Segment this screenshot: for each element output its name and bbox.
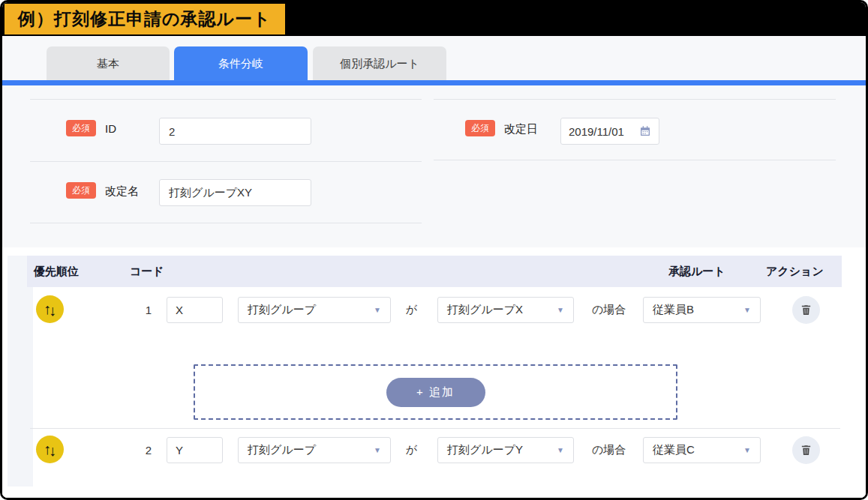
- add-rule-button[interactable]: + 追加: [386, 378, 485, 407]
- connector-case: の場合: [592, 437, 626, 463]
- condition-value-select[interactable]: 打刻グループY ▼: [437, 437, 574, 463]
- condition-subject-value: 打刻グループ: [248, 303, 316, 317]
- tab-individual-approval-route[interactable]: 個別承認ルート: [313, 46, 446, 81]
- delete-row-button[interactable]: [792, 436, 820, 464]
- revision-name-label: 改定名: [105, 184, 139, 199]
- condition-subject-value: 打刻グループ: [248, 443, 316, 457]
- calendar-icon[interactable]: [639, 125, 651, 137]
- divider: [30, 428, 840, 429]
- page-title: 例）打刻修正申請の承認ルート: [18, 7, 272, 31]
- tab-basic[interactable]: 基本: [47, 46, 170, 81]
- top-black-bar: 例）打刻修正申請の承認ルート: [2, 2, 866, 36]
- code-input[interactable]: [167, 437, 223, 463]
- header-approval-route: 承認ルート: [668, 256, 725, 287]
- approver-select[interactable]: 従業員C ▼: [643, 437, 761, 463]
- chevron-down-icon: ▼: [374, 306, 381, 314]
- arrow-down-icon: ↓: [49, 303, 56, 318]
- id-field-label: ID: [105, 122, 116, 135]
- chevron-down-icon: ▼: [743, 306, 751, 314]
- chevron-down-icon: ▼: [743, 446, 751, 454]
- header-action: アクション: [766, 256, 824, 287]
- divider: [434, 99, 836, 100]
- required-badge: 必須: [66, 182, 96, 199]
- tab-conditional-branch[interactable]: 条件分岐: [174, 46, 308, 81]
- approver-value: 従業員C: [653, 443, 695, 457]
- chevron-down-icon: ▼: [557, 306, 564, 314]
- priority-number: 1: [140, 297, 158, 323]
- condition-value-select[interactable]: 打刻グループX ▼: [437, 297, 574, 323]
- example-title-banner: 例）打刻修正申請の承認ルート: [5, 4, 285, 34]
- id-input[interactable]: [159, 118, 311, 145]
- arrow-down-icon: ↓: [49, 443, 56, 458]
- condition-subject-select[interactable]: 打刻グループ ▼: [238, 297, 391, 323]
- app-window: 例）打刻修正申請の承認ルート 基本 条件分岐 個別承認ルート 必須 ID 必須 …: [0, 0, 868, 500]
- tab-basic-label: 基本: [97, 57, 119, 71]
- rules-table-section: 優先順位 コード 承認ルート アクション ↑↓ 1 打刻グループ ▼ が 打刻グ…: [2, 247, 866, 498]
- divider: [30, 223, 422, 223]
- revision-date-value: 2019/11/01: [569, 125, 624, 138]
- header-code: コード: [130, 256, 164, 287]
- active-tab-underline: [2, 80, 866, 85]
- revision-name-input[interactable]: [159, 179, 311, 206]
- main-content: 基本 条件分岐 個別承認ルート 必須 ID 必須 改定日 2019/11/01 …: [2, 36, 866, 498]
- revision-date-input[interactable]: 2019/11/01: [560, 118, 659, 145]
- required-badge: 必須: [66, 120, 96, 136]
- revision-date-label: 改定日: [504, 122, 538, 136]
- drag-reorder-handle[interactable]: ↑↓: [36, 295, 64, 323]
- code-input[interactable]: [167, 297, 223, 323]
- condition-value-value: 打刻グループX: [447, 303, 523, 317]
- add-rule-dropzone: + 追加: [194, 364, 677, 420]
- divider: [30, 161, 422, 162]
- delete-row-button[interactable]: [792, 296, 820, 324]
- drag-reorder-handle[interactable]: ↑↓: [36, 436, 64, 463]
- connector-if: が: [406, 437, 417, 463]
- condition-subject-select[interactable]: 打刻グループ ▼: [238, 437, 391, 463]
- header-priority: 優先順位: [34, 256, 79, 287]
- table-left-gutter: [8, 256, 33, 487]
- table-header-row: 優先順位 コード 承認ルート アクション: [27, 256, 842, 287]
- divider: [30, 99, 422, 100]
- tab-individual-approval-route-label: 個別承認ルート: [340, 57, 419, 71]
- tab-conditional-branch-label: 条件分岐: [218, 57, 263, 71]
- chevron-down-icon: ▼: [557, 446, 564, 454]
- divider: [434, 160, 836, 160]
- required-badge: 必須: [465, 120, 495, 136]
- trash-icon: [800, 444, 812, 457]
- approver-value: 従業員B: [653, 303, 694, 317]
- connector-case: の場合: [592, 297, 626, 323]
- condition-value-value: 打刻グループY: [447, 443, 523, 457]
- approver-select[interactable]: 従業員B ▼: [643, 297, 761, 323]
- chevron-down-icon: ▼: [374, 446, 381, 454]
- connector-if: が: [406, 297, 417, 323]
- priority-number: 2: [140, 437, 158, 463]
- trash-icon: [800, 304, 812, 316]
